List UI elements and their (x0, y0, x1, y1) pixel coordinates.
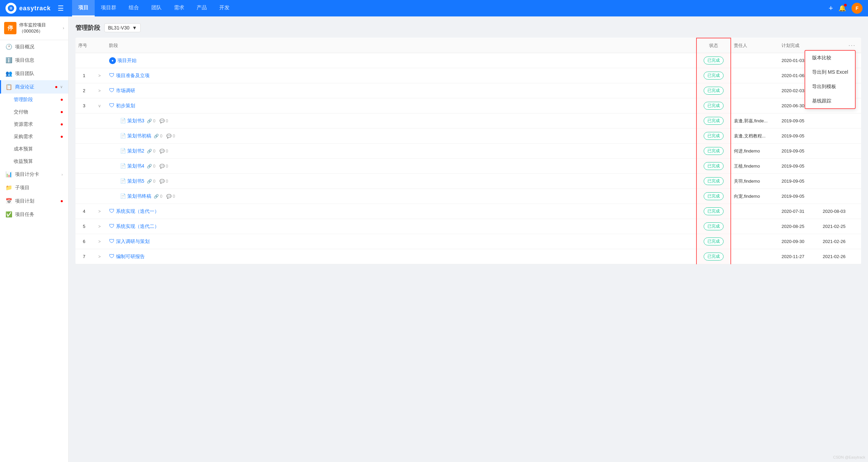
notification-bell[interactable]: 🔔 (838, 4, 846, 12)
stage-name-link[interactable]: 初步策划 (116, 103, 135, 108)
nav-item-team[interactable]: 团队 (145, 0, 168, 16)
sidebar-item-subproject[interactable]: 📁 子项目 (0, 181, 68, 194)
stage-name-link[interactable]: 策划书4 (127, 163, 144, 169)
sidebar-item-scorecard[interactable]: 📊 项目计分卡 › (0, 168, 68, 181)
cell-expand[interactable]: > (93, 219, 106, 234)
expand-icon[interactable]: > (98, 224, 101, 229)
topnav-right-area: + 🔔 F (829, 3, 863, 14)
cell-expand[interactable]: > (93, 83, 106, 98)
stage-name-link[interactable]: 编制可研报告 (116, 254, 145, 259)
sidebar-item-overview[interactable]: 🕐 项目概况 (0, 40, 68, 53)
stage-label: BL31-V30 (108, 25, 129, 31)
cell-expand[interactable]: > (93, 249, 106, 264)
top-menu: 项目 项目群 组合 团队 需求 产品 开发 (72, 0, 829, 16)
cell-expand (93, 129, 106, 144)
sidebar-sub-mgmt-stage[interactable]: 管理阶段 (0, 94, 68, 106)
sidebar-sub-deliverable[interactable]: 交付物 (0, 106, 68, 118)
stage-name-link[interactable]: 项目开始 (117, 57, 137, 63)
stage-name-link[interactable]: 策划书3 (127, 118, 144, 123)
attach-icon: 🔗 (147, 149, 152, 154)
hamburger-icon[interactable]: ☰ (58, 4, 64, 12)
stage-name-link[interactable]: 系统实现（迭代一） (116, 208, 159, 214)
dropdown-export-excel[interactable]: 导出到 MS Excel (805, 65, 855, 80)
cell-status: 已完成 (696, 53, 731, 68)
nav-item-requirement[interactable]: 需求 (168, 0, 190, 16)
cell-expand[interactable]: v (93, 98, 106, 113)
status-badge: 已完成 (704, 192, 724, 200)
stage-name-link[interactable]: 策划书终稿 (127, 193, 151, 199)
table-row: 📄 策划书5 🔗 0 💬 0已完成关羽,findemo2019-09-05 (75, 174, 861, 189)
expand-icon[interactable]: > (98, 88, 101, 93)
expand-icon[interactable]: > (98, 254, 101, 259)
comment-icon: 💬 (166, 134, 172, 138)
sidebar-item-team[interactable]: 👥 项目团队 (0, 67, 68, 80)
cell-extra-date (820, 113, 861, 129)
nav-item-portfolio[interactable]: 组合 (122, 0, 145, 16)
user-avatar[interactable]: F (852, 3, 863, 14)
expand-icon[interactable]: v (98, 104, 101, 108)
attach-icon: 🔗 (154, 134, 159, 138)
nav-item-program[interactable]: 项目群 (95, 0, 122, 16)
comment-count: 0 (166, 149, 168, 154)
cell-extra-date (820, 129, 861, 144)
cell-expand (93, 159, 106, 174)
cell-expand[interactable]: > (93, 234, 106, 249)
cell-owner (731, 68, 779, 83)
sidebar: 停 停车监控项目（000026） › 🕐 项目概况 ℹ️ 项目信息 👥 项目团队… (0, 16, 69, 462)
stage-dropdown-icon: ▼ (132, 25, 137, 31)
dropdown-baseline-track[interactable]: 基线跟踪 (805, 94, 855, 108)
status-badge: 已完成 (704, 238, 724, 245)
stage-name-link[interactable]: 策划书2 (127, 148, 144, 154)
sidebar-item-task[interactable]: ✅ 项目任务 (0, 208, 68, 221)
deliverable-dot (61, 111, 63, 113)
sidebar-sub-resource[interactable]: 资源需求 (0, 118, 68, 131)
more-button[interactable]: ··· (848, 42, 856, 49)
cell-owner: 王植,findemo (731, 159, 779, 174)
cell-plan-date: 2019-09-05 (779, 129, 820, 144)
task-icon: ✅ (5, 211, 12, 218)
cell-plan-date: 2019-09-05 (779, 113, 820, 129)
sidebar-sub-cost[interactable]: 成本预算 (0, 143, 68, 155)
sidebar-item-biz-case[interactable]: 📋 商业论证 ∨ (0, 80, 68, 94)
expand-icon[interactable]: > (98, 239, 101, 244)
nav-item-dev[interactable]: 开发 (213, 0, 236, 16)
logo-icon (5, 3, 16, 14)
stage-name-link[interactable]: 策划书5 (127, 178, 144, 184)
project-expand-arrow: › (63, 26, 64, 31)
sidebar-sub-purchase[interactable]: 采购需求 (0, 131, 68, 143)
stage-name-link[interactable]: 市场调研 (116, 88, 135, 93)
dropdown-export-template[interactable]: 导出到模板 (805, 80, 855, 94)
sidebar-sub-revenue[interactable]: 收益预算 (0, 155, 68, 168)
shield-icon: 🛡 (109, 102, 115, 108)
nav-item-project[interactable]: 项目 (72, 0, 95, 16)
stage-name-link[interactable]: 深入调研与策划 (116, 239, 150, 244)
status-badge: 已完成 (704, 87, 724, 95)
attach-icon: 🔗 (147, 119, 152, 123)
expand-icon[interactable]: > (98, 209, 101, 214)
table-row: 6>🛡 深入调研与策划已完成2020-09-302021-02-26 (75, 234, 861, 249)
stage-select[interactable]: BL31-V30 ▼ (104, 23, 141, 32)
project-name: 停车监控项目（000026） (19, 22, 63, 34)
stage-name-link[interactable]: 策划书初稿 (127, 133, 151, 138)
add-button[interactable]: + (829, 4, 833, 13)
stage-name-link[interactable]: 系统实现（迭代二） (116, 223, 159, 229)
attach-count: 0 (153, 119, 155, 123)
stage-name-link[interactable]: 项目准备及立项 (116, 73, 150, 78)
cell-expand[interactable]: > (93, 204, 106, 219)
expand-icon[interactable]: > (98, 73, 101, 78)
comment-count: 0 (173, 194, 175, 199)
attach-icon: 🔗 (147, 179, 152, 184)
sidebar-project[interactable]: 停 停车监控项目（000026） › (0, 16, 68, 40)
cell-plan-date: 2019-09-05 (779, 189, 820, 204)
sidebar-item-plan[interactable]: 📅 项目计划 (0, 194, 68, 208)
dropdown-version-compare[interactable]: 版本比较 (805, 51, 855, 65)
cell-expand (93, 144, 106, 159)
purchase-dot (61, 136, 63, 138)
table-row: 📄 策划书初稿 🔗 0 💬 0已完成袁逢,文档教程...2019-09-05 (75, 129, 861, 144)
comment-icon: 💬 (160, 119, 165, 123)
sidebar-item-info[interactable]: ℹ️ 项目信息 (0, 53, 68, 67)
cell-expand[interactable]: > (93, 68, 106, 83)
cell-seq: 6 (75, 234, 93, 249)
nav-item-product[interactable]: 产品 (190, 0, 213, 16)
app-logo[interactable]: easytrack (5, 3, 51, 14)
